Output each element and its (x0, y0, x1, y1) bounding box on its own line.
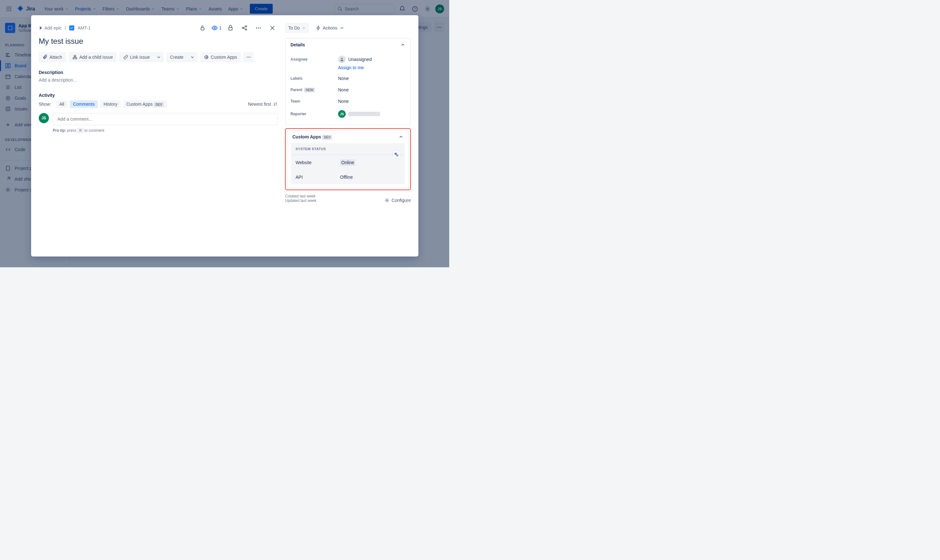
tab-comments[interactable]: Comments (70, 100, 98, 108)
chevron-down-icon (302, 26, 306, 30)
modal-top-actions: 1 (197, 23, 277, 33)
field-assignee[interactable]: Assignee Unassigned (285, 52, 411, 66)
field-team[interactable]: Team None (285, 95, 411, 107)
chevron-up-icon (398, 134, 403, 139)
link-issue-dropdown[interactable] (154, 52, 164, 62)
comment-protip: Pro tip: press M to comment (53, 128, 277, 133)
svg-point-46 (260, 27, 261, 28)
created-timestamp: Created last week (285, 194, 317, 198)
details-panel-header[interactable]: Details (285, 38, 411, 51)
svg-line-43 (243, 28, 246, 29)
unassigned-avatar-icon (338, 55, 346, 63)
custom-apps-panel-header[interactable]: Custom AppsDEV (287, 131, 409, 143)
more-actions-icon[interactable] (253, 23, 263, 33)
add-child-issue-button[interactable]: Add a child issue (69, 52, 117, 62)
link-icon (123, 55, 128, 60)
svg-point-44 (256, 27, 257, 28)
dev-badge: DEV (154, 102, 164, 107)
more-actions-button[interactable] (243, 52, 254, 62)
create-dropdown[interactable] (187, 52, 197, 62)
svg-rect-61 (395, 153, 397, 155)
lock-icon[interactable] (197, 23, 208, 33)
issue-title[interactable]: My test issue (39, 37, 277, 46)
chevron-up-icon (400, 42, 405, 47)
comment-input[interactable] (53, 113, 277, 125)
activity-heading: Activity (39, 93, 277, 98)
field-labels[interactable]: Labels None (285, 73, 411, 84)
field-reporter[interactable]: Reporter JS (285, 107, 411, 121)
share-icon[interactable] (239, 23, 249, 33)
create-subtask-button[interactable]: Create (166, 52, 187, 62)
dev-badge: DEV (322, 135, 332, 140)
gear-icon (385, 198, 389, 203)
tab-history[interactable]: History (100, 100, 121, 108)
reporter-avatar: JS (338, 110, 346, 118)
svg-rect-49 (74, 55, 75, 57)
status-dropdown[interactable]: To Do (285, 23, 309, 33)
attach-button[interactable]: Attach (39, 52, 66, 62)
child-issue-icon (72, 55, 77, 60)
reporter-name-redacted (348, 112, 380, 116)
svg-point-38 (214, 27, 215, 29)
attach-icon (43, 55, 48, 60)
apps-icon (204, 55, 209, 60)
modal-breadcrumb: Add epic / AMT-1 1 (39, 23, 277, 33)
svg-rect-51 (75, 58, 77, 59)
comment-row: JS (39, 113, 277, 125)
tab-all[interactable]: All (56, 100, 68, 108)
svg-point-45 (258, 27, 259, 28)
status-row: To Do Actions (285, 23, 411, 33)
status-row-api: API Offline (291, 170, 405, 184)
svg-point-60 (341, 58, 343, 59)
sort-icon (273, 102, 277, 106)
issue-modal: Add epic / AMT-1 1 My test issue Attach … (31, 15, 418, 257)
svg-point-59 (249, 57, 251, 58)
new-badge: NEW (304, 88, 315, 92)
actions-dropdown[interactable]: Actions (313, 23, 348, 33)
custom-apps-panel-highlighted: Custom AppsDEV SYSTEM STATUS Website Onl… (285, 128, 411, 190)
close-icon[interactable] (267, 23, 277, 33)
svg-rect-62 (396, 154, 398, 157)
details-panel: Details Assignee Unassigned Assign to me… (285, 38, 411, 125)
svg-line-42 (243, 27, 246, 28)
sort-button[interactable]: Newest first (248, 102, 277, 107)
modal-left: Add epic / AMT-1 1 My test issue Attach … (31, 15, 285, 257)
api-status-value: Offline (340, 175, 353, 180)
bolt-icon (316, 25, 321, 31)
description-heading: Description (39, 70, 277, 75)
chevron-down-icon (339, 25, 345, 31)
field-parent[interactable]: ParentNEW None (285, 84, 411, 95)
configure-button[interactable]: Configure (385, 198, 411, 203)
chevron-down-icon (190, 55, 195, 60)
issue-key[interactable]: AMT-1 (77, 25, 91, 31)
assign-to-me-link[interactable]: Assign to me (338, 65, 411, 70)
svg-rect-50 (73, 58, 74, 59)
vote-icon[interactable] (225, 23, 235, 33)
show-label: Show: (39, 102, 51, 107)
comment-avatar: JS (39, 113, 49, 123)
system-status-card: SYSTEM STATUS Website Online API Offline (291, 143, 405, 184)
watch-button[interactable]: 1 (211, 25, 222, 31)
eye-icon (211, 25, 218, 31)
add-epic-button[interactable]: Add epic (39, 25, 62, 31)
custom-apps-button[interactable]: Custom Apps (200, 52, 241, 62)
link-issue-button[interactable]: Link issue (119, 52, 154, 62)
svg-point-57 (247, 57, 248, 58)
description-input[interactable]: Add a description... (39, 77, 277, 83)
activity-tabs: Show: All Comments History Custom AppsDE… (39, 100, 277, 108)
task-type-icon (69, 25, 74, 31)
modal-meta-footer: Created last week Updated last week Conf… (285, 194, 411, 203)
website-status-value: Online (340, 159, 355, 166)
tab-custom-apps[interactable]: Custom AppsDEV (123, 100, 167, 108)
system-status-heading: SYSTEM STATUS (291, 143, 405, 155)
more-icon (246, 55, 251, 60)
updated-timestamp: Updated last week (285, 198, 317, 203)
svg-point-58 (248, 57, 249, 58)
svg-point-63 (386, 200, 388, 201)
issue-action-row: Attach Add a child issue Link issue Crea… (39, 52, 277, 62)
epic-icon (39, 26, 43, 30)
modal-right: To Do Actions Details Assignee Unassigne… (285, 15, 418, 257)
translate-icon[interactable] (393, 151, 400, 158)
status-row-website: Website Online (291, 155, 405, 170)
svg-rect-37 (201, 28, 204, 30)
